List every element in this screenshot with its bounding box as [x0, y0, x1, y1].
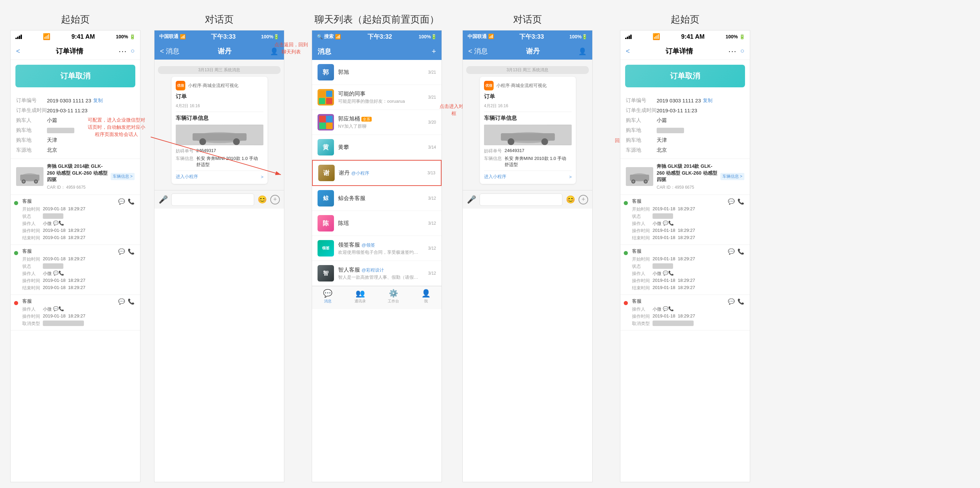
back-btn-chat2[interactable]: < 消息	[468, 46, 488, 56]
chat-item-huang[interactable]: 黄 黄攀 3/14	[312, 135, 442, 160]
voice-btn-2[interactable]: 🎤	[467, 195, 476, 204]
mini-prog-footer-1[interactable]: 进入小程序 >	[176, 170, 263, 180]
spacer-2: 点击返回，回到聊天列表	[284, 7, 312, 482]
person-icon-chat2[interactable]: 👤	[578, 47, 587, 56]
svg-point-5	[22, 180, 25, 183]
car-detail-link-2[interactable]: 车辆信息 >	[721, 173, 745, 180]
timeline-dot-1	[14, 201, 18, 205]
system-msg-1: 3月13日 周三 系统消息	[158, 66, 280, 74]
chat-item-guozhang[interactable]: 郭应旭桶 全系 NY加入了群聊 3/20	[312, 110, 442, 135]
enter-mini-prog-btn-2[interactable]: 进入小程序	[484, 173, 506, 180]
phone-icon-small-3[interactable]: 📞	[59, 306, 64, 312]
chat-icon-2[interactable]: 💬	[118, 248, 125, 255]
circle-btn-start2[interactable]: ○	[740, 47, 745, 56]
phone-icon-5[interactable]: 📞	[738, 248, 745, 255]
circle-btn-1[interactable]: ○	[130, 47, 135, 56]
chat-icon-5[interactable]: 💬	[728, 248, 735, 255]
add-btn-2[interactable]: +	[579, 195, 588, 205]
svg-point-24	[632, 180, 635, 183]
chat-messages-2: 3月13日 周三 系统消息 优信 小程序·商城全流程可视化 订单 4月2日 16…	[463, 60, 592, 190]
order-no-label: 订单编号	[16, 97, 47, 104]
emoji-btn-2[interactable]: 😊	[566, 195, 575, 204]
chat-icon-6[interactable]: 💬	[728, 298, 735, 305]
more-btn-start2[interactable]: ···	[729, 47, 737, 56]
timeline-dot-2	[14, 251, 18, 255]
page-label-3: 聊天列表（起始页前置页面）	[315, 7, 439, 30]
phone-icon-small-5[interactable]: 📞	[668, 270, 674, 277]
copy-btn[interactable]: 复制	[93, 98, 103, 104]
back-button-1[interactable]: <	[16, 47, 20, 55]
chat-info-yu: 鲸会务客服	[338, 195, 428, 202]
tab-me[interactable]: 👤 我	[421, 289, 431, 304]
back-btn-chat1[interactable]: < 消息	[160, 46, 180, 56]
add-btn-1[interactable]: +	[270, 195, 280, 205]
phone-icon-small-1[interactable]: 📞	[59, 221, 64, 227]
chat-info-guo: 郭旭	[338, 69, 428, 76]
phone-icon-3[interactable]: 📞	[128, 298, 135, 305]
chat-item-zhi[interactable]: 智 智人客服 @彩程设计 智人是一款高效管理人事、假勤（请假加班考勤... 3/…	[312, 261, 442, 286]
avatar-zhi: 智	[318, 265, 334, 281]
tab-workspace[interactable]: ⚙️ 工作台	[388, 289, 399, 304]
chat-icon-1[interactable]: 💬	[118, 198, 125, 205]
timeline-dot-5	[624, 251, 628, 255]
chat-info-zhi: 智人客服 @彩程设计 智人是一款高效管理人事、假勤（请假加班考勤...	[338, 266, 428, 280]
chat-icon-small-3[interactable]: 💬	[53, 306, 59, 312]
phone-icon-6[interactable]: 📞	[738, 298, 745, 305]
chat-item-yu[interactable]: 鲸 鲸会务客服 3/12	[312, 186, 442, 211]
chat-item-colleague[interactable]: 可能的同事 可能是同事的微信好友：ooruarua 3/21	[312, 85, 442, 110]
timeline-service-1: 客服	[22, 198, 32, 205]
copy-btn-2[interactable]: 复制	[703, 98, 713, 104]
mini-program-card-2[interactable]: 优信 小程序·商城全流程可视化 订单 4月2日 16:16 车辆订单信息	[480, 77, 576, 184]
tab-me-label: 我	[424, 299, 428, 304]
add-contact-btn[interactable]: +	[431, 47, 436, 56]
phone-start-2: 📶 9:41 AM 100%🔋 < 订单详情 ··· ○ 订单取消	[620, 30, 750, 482]
chat-icon-3[interactable]: 💬	[118, 298, 125, 305]
voice-btn-1[interactable]: 🎤	[159, 195, 168, 204]
cancel-btn-start2[interactable]: 订单取消	[625, 65, 745, 87]
chat-input-field-2[interactable]	[480, 194, 562, 206]
chat-icon-small-6[interactable]: 💬	[663, 306, 668, 312]
created-value: 2019-03-11 11:23	[47, 108, 88, 113]
page-label-4: 对话页	[513, 7, 542, 30]
service-icons-3: 💬 📞	[118, 298, 135, 305]
chat-info-colleague: 可能的同事 可能是同事的微信好友：ooruarua	[338, 91, 428, 105]
back-btn-start2[interactable]: <	[626, 47, 630, 55]
nav-title-chat2: 谢丹	[526, 46, 540, 56]
phone-icon-4[interactable]: 📞	[738, 198, 745, 205]
cancel-btn-1[interactable]: 订单取消	[16, 65, 135, 87]
enter-mini-prog-arrow-2[interactable]: >	[569, 174, 572, 180]
chat-icon-small-5[interactable]: 💬	[663, 270, 668, 277]
phone-icon-1[interactable]: 📞	[128, 198, 135, 205]
chat-meta-yu: 3/12	[428, 196, 436, 201]
timeline-item-6: 客服 💬 📞 操作人 小微 💬 📞 操作时间 20	[620, 295, 750, 331]
chat-item-chen[interactable]: 陈 陈瑶 3/12	[312, 211, 442, 236]
chat-icon-small-1[interactable]: 💬	[53, 221, 59, 227]
svg-point-18	[541, 138, 548, 145]
more-btn-1[interactable]: ···	[119, 47, 127, 56]
enter-mini-prog-btn-1[interactable]: 进入小程序	[176, 173, 198, 180]
mini-prog-footer-2[interactable]: 进入小程序 >	[484, 170, 572, 180]
phone-icon-small-6[interactable]: 📞	[668, 306, 674, 312]
buyer-label: 购车人	[16, 117, 47, 124]
buy-city-text-value: 天津	[47, 137, 57, 143]
tab-messages[interactable]: 💬 消息	[323, 289, 332, 304]
search-status-icon: 🔍	[317, 34, 323, 40]
chat-item-qian[interactable]: 领签 领签客服 @领签 欢迎使用领签电子合同，享受极速签约，安全... 3/12	[312, 236, 442, 261]
chat-icon-small-2[interactable]: 💬	[53, 270, 59, 277]
tab-contacts[interactable]: 👥 通讯录	[355, 289, 366, 304]
chat-item-guo[interactable]: 郭 郭旭 3/21	[312, 60, 442, 85]
phone-icon-small-4[interactable]: 📞	[668, 221, 674, 227]
car-detail-link-1[interactable]: 车辆信息 >	[111, 173, 135, 180]
phone-icon-small-2[interactable]: 📞	[59, 270, 64, 277]
chat-icon-4[interactable]: 💬	[728, 198, 735, 205]
mini-program-card-1[interactable]: 优信 小程序·商城全流程可视化 订单 4月2日 16:16 车辆订单信息	[172, 77, 267, 184]
chat-input-field-1[interactable]	[171, 194, 254, 206]
emoji-btn-1[interactable]: 😊	[258, 195, 267, 204]
chat-icon-small-4[interactable]: 💬	[663, 221, 668, 227]
order-info-section-2: 订单编号 2019 0303 1111 23 复制 订单生成时间 2019-03…	[620, 92, 750, 159]
phone-icon-2[interactable]: 📞	[128, 248, 135, 255]
chat-item-xie[interactable]: 谢 谢丹 @小程序 3/13	[312, 160, 442, 186]
enter-mini-prog-arrow-1[interactable]: >	[261, 174, 263, 180]
annotation-back-chatlist: 点击返回，回到聊天列表	[274, 41, 308, 56]
avatar-guozhang	[318, 114, 334, 130]
